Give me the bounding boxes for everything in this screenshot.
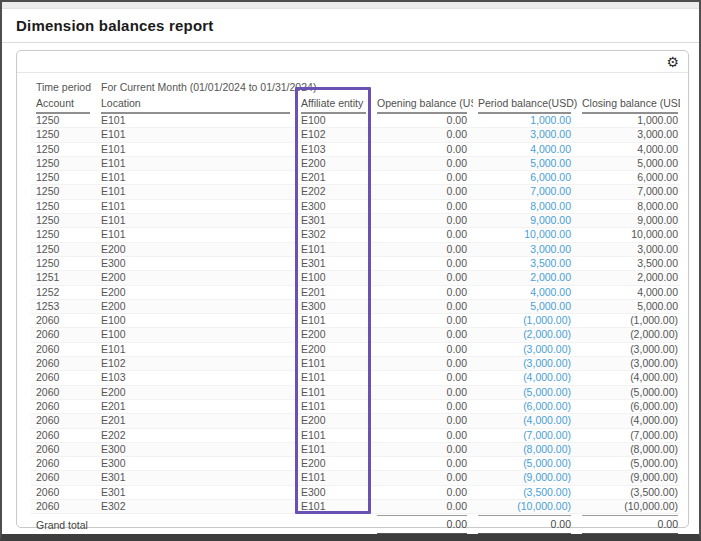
period-balance-link[interactable]: 7,000.00: [530, 185, 571, 197]
table-row: 1250E101E3010.009,000.009,000.00: [31, 214, 680, 228]
cell-opening-balance: 0.00: [372, 485, 473, 499]
cell-opening-balance: 0.00: [372, 185, 473, 199]
period-balance-link[interactable]: (3,000.00): [523, 343, 571, 355]
table-row: 2060E300E1010.00(8,000.00)(8,000.00): [31, 442, 680, 456]
settings-gear-icon[interactable]: ⚙: [666, 53, 679, 71]
period-balance-link[interactable]: (1,000.00): [523, 314, 571, 326]
cell-account: 1253: [31, 299, 96, 313]
period-balance-link[interactable]: (6,000.00): [523, 400, 571, 412]
cell-affiliate-entity: E301: [296, 256, 372, 270]
period-balance-link[interactable]: (5,000.00): [523, 386, 571, 398]
cell-period-balance: (10,000.00): [473, 500, 577, 514]
cell-location: E200: [96, 285, 296, 299]
cell-opening-balance: 0.00: [372, 428, 473, 442]
cell-closing-balance: 4,000.00: [577, 142, 680, 156]
table-row: 1250E101E2000.005,000.005,000.00: [31, 156, 680, 170]
period-balance-link[interactable]: 1,000.00: [530, 114, 571, 126]
cell-affiliate-entity: E200: [296, 156, 372, 170]
title-bar: Dimension balances report: [2, 9, 699, 43]
period-balance-link[interactable]: 4,000.00: [530, 143, 571, 155]
report-panel: ⚙ Time period For Current Month (01/01/2…: [16, 50, 689, 528]
col-header-closing-balance: Closing balance (USD): [577, 96, 680, 114]
cell-opening-balance: 0.00: [372, 399, 473, 413]
period-balance-link[interactable]: (7,000.00): [523, 429, 571, 441]
period-balance-link[interactable]: (10,000.00): [517, 500, 571, 512]
cell-account: 2060: [31, 399, 96, 413]
cell-account: 2060: [31, 500, 96, 514]
cell-opening-balance: 0.00: [372, 285, 473, 299]
cell-affiliate-entity: E100: [296, 271, 372, 285]
period-balance-link[interactable]: (2,000.00): [523, 328, 571, 340]
cell-location: E102: [96, 357, 296, 371]
cell-opening-balance: 0.00: [372, 256, 473, 270]
cell-closing-balance: (4,000.00): [577, 414, 680, 428]
cell-opening-balance: 0.00: [372, 114, 473, 128]
cell-closing-balance: (2,000.00): [577, 328, 680, 342]
col-header-account: Account: [31, 96, 96, 114]
cell-affiliate-entity: E101: [296, 428, 372, 442]
period-balance-link[interactable]: (4,000.00): [523, 414, 571, 426]
period-balance-link[interactable]: 3,500.00: [530, 257, 571, 269]
cell-period-balance: (2,000.00): [473, 328, 577, 342]
period-balance-link[interactable]: 5,000.00: [530, 300, 571, 312]
cell-account: 1250: [31, 256, 96, 270]
cell-period-balance: 3,500.00: [473, 256, 577, 270]
cell-opening-balance: 0.00: [372, 314, 473, 328]
cell-closing-balance: (7,000.00): [577, 428, 680, 442]
cell-closing-balance: (3,000.00): [577, 357, 680, 371]
cell-opening-balance: 0.00: [372, 442, 473, 456]
table-row: 2060E301E3000.00(3,500.00)(3,500.00): [31, 485, 680, 499]
period-balance-link[interactable]: 3,000.00: [530, 128, 571, 140]
cell-opening-balance: 0.00: [372, 156, 473, 170]
period-balance-link[interactable]: 10,000.00: [524, 228, 571, 240]
cell-affiliate-entity: E101: [296, 500, 372, 514]
period-balance-link[interactable]: (8,000.00): [523, 443, 571, 455]
period-balance-link[interactable]: 3,000.00: [530, 243, 571, 255]
grand-total-label: Grand total: [31, 514, 372, 536]
time-period-value: For Current Month (01/01/2024 to 01/31/2…: [101, 81, 316, 93]
cell-affiliate-entity: E200: [296, 414, 372, 428]
period-balance-link[interactable]: 5,000.00: [530, 157, 571, 169]
period-balance-link[interactable]: (3,000.00): [523, 357, 571, 369]
cell-location: E101: [96, 114, 296, 128]
cell-period-balance: (4,000.00): [473, 414, 577, 428]
cell-account: 2060: [31, 328, 96, 342]
cell-affiliate-entity: E101: [296, 314, 372, 328]
table-row: 1250E101E2020.007,000.007,000.00: [31, 185, 680, 199]
cell-location: E300: [96, 442, 296, 456]
cell-period-balance: 3,000.00: [473, 128, 577, 142]
cell-location: E101: [96, 342, 296, 356]
cell-location: E101: [96, 228, 296, 242]
period-balance-link[interactable]: (5,000.00): [523, 457, 571, 469]
table-row: 2060E301E1010.00(9,000.00)(9,000.00): [31, 471, 680, 485]
cell-opening-balance: 0.00: [372, 500, 473, 514]
period-balance-link[interactable]: (3,500.00): [523, 486, 571, 498]
cell-opening-balance: 0.00: [372, 299, 473, 313]
table-row: 2060E102E1010.00(3,000.00)(3,000.00): [31, 357, 680, 371]
cell-period-balance: 4,000.00: [473, 142, 577, 156]
cell-affiliate-entity: E100: [296, 114, 372, 128]
cell-affiliate-entity: E302: [296, 228, 372, 242]
page-title: Dimension balances report: [16, 17, 685, 34]
cell-affiliate-entity: E101: [296, 442, 372, 456]
cell-affiliate-entity: E202: [296, 185, 372, 199]
cell-account: 1250: [31, 142, 96, 156]
table-row: 1250E200E1010.003,000.003,000.00: [31, 242, 680, 256]
cell-account: 2060: [31, 342, 96, 356]
cell-opening-balance: 0.00: [372, 199, 473, 213]
period-balance-link[interactable]: (4,000.00): [523, 371, 571, 383]
period-balance-link[interactable]: 9,000.00: [530, 214, 571, 226]
cell-affiliate-entity: E101: [296, 357, 372, 371]
cell-opening-balance: 0.00: [372, 214, 473, 228]
period-balance-link[interactable]: 2,000.00: [530, 271, 571, 283]
cell-location: E100: [96, 328, 296, 342]
report-table-area: Time period For Current Month (01/01/202…: [17, 73, 688, 535]
cell-account: 1250: [31, 156, 96, 170]
period-balance-link[interactable]: 4,000.00: [530, 286, 571, 298]
period-balance-link[interactable]: 8,000.00: [530, 200, 571, 212]
table-row: 2060E202E1010.00(7,000.00)(7,000.00): [31, 428, 680, 442]
report-window: Dimension balances report ⚙ Time period …: [0, 0, 701, 541]
period-balance-link[interactable]: (9,000.00): [523, 471, 571, 483]
period-balance-link[interactable]: 6,000.00: [530, 171, 571, 183]
cell-account: 2060: [31, 371, 96, 385]
